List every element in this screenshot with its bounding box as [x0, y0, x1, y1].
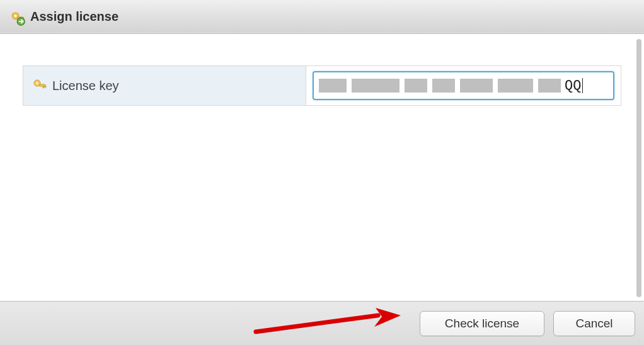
dialog-body: License key QQ — [0, 34, 644, 301]
svg-rect-7 — [43, 86, 44, 88]
license-key-input-cell: QQ — [306, 66, 621, 105]
svg-rect-8 — [45, 86, 46, 88]
key-icon — [32, 77, 47, 94]
cancel-button[interactable]: Cancel — [553, 311, 635, 336]
dialog-title: Assign license — [30, 9, 118, 24]
check-license-button[interactable]: Check license — [420, 311, 544, 336]
license-key-input[interactable]: QQ — [313, 71, 614, 100]
license-key-row: License key QQ — [23, 65, 621, 106]
svg-rect-6 — [39, 84, 45, 86]
svg-point-2 — [14, 14, 17, 17]
assign-license-icon — [9, 8, 26, 26]
svg-point-5 — [36, 82, 38, 84]
license-key-label-cell: License key — [23, 66, 306, 105]
assign-license-dialog: Assign license License key — [0, 0, 644, 345]
redacted-content — [319, 72, 561, 99]
svg-marker-10 — [374, 308, 401, 327]
vertical-scrollbar[interactable] — [636, 39, 641, 297]
dialog-footer: Check license Cancel — [0, 301, 644, 345]
license-key-label: License key — [52, 79, 119, 93]
dialog-header: Assign license — [0, 0, 644, 34]
text-caret — [582, 78, 583, 93]
svg-line-9 — [256, 315, 378, 332]
license-key-visible-text: QQ — [565, 78, 581, 94]
annotation-arrow-icon — [252, 307, 403, 338]
